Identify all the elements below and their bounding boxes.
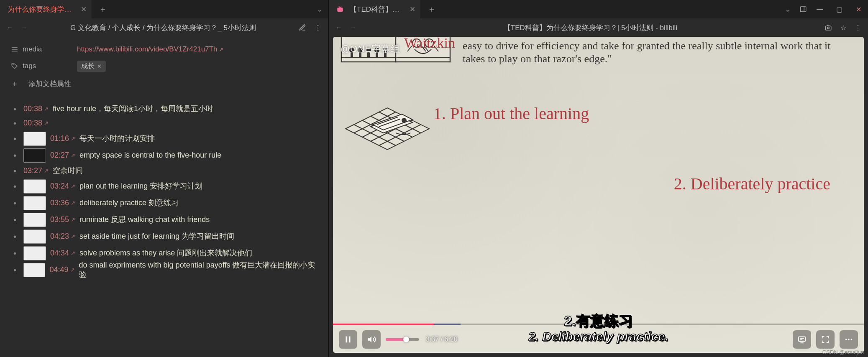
video-heading-2: 2. Deliberately practice bbox=[674, 174, 830, 194]
bullet-icon: • bbox=[11, 216, 19, 224]
bullet-icon: • bbox=[11, 151, 19, 160]
close-icon[interactable]: ✕ bbox=[81, 5, 87, 14]
timestamp-note: •04:34↗ solve problems as they arise 问题刚… bbox=[11, 245, 317, 262]
tabs-dropdown-icon[interactable]: ⌄ bbox=[780, 5, 796, 14]
timestamp-note: •03:27↗ 空余时间 bbox=[11, 164, 317, 178]
bullet-icon: • bbox=[11, 105, 19, 113]
prop-media-row: media https://www.bilibili.com/video/BV1… bbox=[11, 41, 317, 58]
external-link-icon: ↗ bbox=[71, 135, 75, 143]
video-controls: 3:37 / 6:20 bbox=[333, 326, 864, 353]
nav-forward-icon[interactable]: → bbox=[350, 24, 356, 31]
note-text: plan out the learning 安排好学习计划 bbox=[79, 181, 202, 191]
notes-pane: 为什么你要终身学习？_ 5… ✕ ＋ ⌄ ← → G 文化教育 / 个人成长 /… bbox=[0, 0, 329, 357]
note-text: 每天一小时的计划安排 bbox=[79, 134, 155, 143]
svg-point-40 bbox=[848, 339, 850, 340]
timestamp-link[interactable]: 00:38↗ bbox=[23, 104, 49, 114]
minimize-button[interactable]: — bbox=[810, 5, 830, 13]
timestamp-notes-list: •00:38↗ five hour rule，每天阅读1小时，每周就是五小时•0… bbox=[11, 102, 317, 278]
external-link-icon: ↗ bbox=[70, 267, 75, 274]
bullet-icon: • bbox=[11, 199, 19, 207]
timestamp-link[interactable]: 04:23↗ bbox=[50, 232, 75, 241]
svg-rect-36 bbox=[349, 337, 351, 343]
external-link-icon: ↗ bbox=[71, 217, 75, 224]
timestamp-link[interactable]: 00:38↗ bbox=[23, 118, 49, 128]
svg-rect-35 bbox=[346, 337, 348, 343]
breadcrumb[interactable]: G 文化教育 / 个人成长 / 为什么你要终身学习？_ 5小时法则 bbox=[34, 23, 292, 33]
note-text: empty space is central to the five-hour … bbox=[79, 150, 221, 160]
screenshot-icon[interactable] bbox=[824, 24, 832, 32]
timestamp-link[interactable]: 01:16↗ bbox=[50, 134, 75, 143]
video-progress[interactable] bbox=[333, 324, 864, 325]
note-text: do small expriments with big potential p… bbox=[79, 260, 317, 280]
nav-back-icon[interactable]: ← bbox=[335, 24, 342, 31]
external-link-icon: ↗ bbox=[44, 168, 49, 175]
add-property-button[interactable]: ＋ 添加文档属性 bbox=[11, 79, 317, 89]
svg-rect-5 bbox=[800, 7, 806, 12]
timestamp-link[interactable]: 02:27↗ bbox=[50, 150, 75, 160]
fullscreen-button[interactable] bbox=[816, 330, 835, 349]
planner-illustration bbox=[341, 91, 433, 164]
volume-slider[interactable] bbox=[386, 338, 419, 341]
timestamp-link[interactable]: 04:34↗ bbox=[50, 248, 75, 258]
external-link-icon: ↗ bbox=[71, 183, 75, 190]
video-pane: 【TED科普】为什么你… ✕ ＋ ⌄ — ▢ ✕ ← → 【TED科普】为什么你… bbox=[329, 0, 868, 357]
panel-layout-icon[interactable] bbox=[796, 5, 810, 13]
edit-icon[interactable] bbox=[299, 24, 306, 32]
external-link-icon: ↗ bbox=[44, 106, 49, 113]
external-link-icon: ↗ bbox=[71, 250, 75, 257]
new-tab-button[interactable]: ＋ bbox=[92, 4, 114, 15]
video-more-button[interactable] bbox=[840, 330, 858, 349]
svg-rect-7 bbox=[825, 26, 831, 30]
bullet-icon: • bbox=[11, 249, 19, 258]
media-link[interactable]: https://www.bilibili.com/video/BV1Zr421u… bbox=[77, 45, 223, 53]
external-link-icon: ↗ bbox=[71, 200, 75, 207]
external-link-icon: ↗ bbox=[219, 46, 223, 53]
tab-label: 【TED科普】为什么你… bbox=[350, 5, 405, 14]
video-heading-1: 1. Plan out the learning bbox=[433, 104, 589, 123]
note-thumbnail[interactable] bbox=[23, 132, 46, 146]
bullet-icon: • bbox=[11, 232, 19, 241]
close-window-button[interactable]: ✕ bbox=[849, 5, 868, 13]
bullet-icon: • bbox=[11, 135, 19, 143]
note-thumbnail[interactable] bbox=[23, 179, 46, 194]
note-thumbnail[interactable] bbox=[23, 230, 46, 244]
nav-forward-icon[interactable]: → bbox=[21, 24, 28, 31]
maximize-button[interactable]: ▢ bbox=[830, 5, 849, 13]
tabs-dropdown-icon[interactable]: ⌄ bbox=[312, 5, 328, 14]
close-icon[interactable]: ✕ bbox=[410, 5, 415, 14]
more-icon[interactable]: ⋮ bbox=[315, 24, 321, 32]
left-tab-active[interactable]: 为什么你要终身学习？_ 5… ✕ bbox=[0, 0, 92, 18]
tag-remove-icon[interactable]: ✕ bbox=[97, 63, 102, 69]
bilibili-icon bbox=[336, 5, 344, 13]
bullet-icon: • bbox=[11, 167, 19, 175]
new-tab-button[interactable]: ＋ bbox=[421, 4, 443, 15]
svg-rect-4 bbox=[337, 8, 343, 12]
danmaku-button[interactable] bbox=[793, 330, 811, 349]
nav-back-icon[interactable]: ← bbox=[7, 24, 13, 31]
right-tab-active[interactable]: 【TED科普】为什么你… ✕ bbox=[329, 0, 421, 18]
bookmark-icon[interactable]: ☆ bbox=[840, 24, 846, 32]
note-thumbnail[interactable] bbox=[23, 246, 46, 260]
svg-point-41 bbox=[851, 339, 853, 340]
note-thumbnail[interactable] bbox=[23, 148, 46, 163]
more-icon[interactable]: ⋮ bbox=[855, 24, 861, 32]
note-thumbnail[interactable] bbox=[23, 263, 46, 277]
timestamp-note: •00:38↗ bbox=[11, 116, 317, 130]
video-player[interactable]: @ONE字幕组 bbox=[333, 37, 864, 353]
timestamp-link[interactable]: 04:49↗ bbox=[49, 265, 74, 275]
timestamp-note: •04:23↗ set aside time just for learning… bbox=[11, 228, 317, 245]
volume-button[interactable] bbox=[362, 330, 381, 349]
tag-chip[interactable]: 成长 ✕ bbox=[77, 61, 106, 72]
left-tabstrip: 为什么你要终身学习？_ 5… ✕ ＋ ⌄ bbox=[0, 0, 328, 18]
timestamp-link[interactable]: 03:55↗ bbox=[50, 215, 75, 224]
note-thumbnail[interactable] bbox=[23, 213, 46, 227]
note-thumbnail[interactable] bbox=[23, 196, 46, 210]
right-tabstrip: 【TED科普】为什么你… ✕ ＋ ⌄ — ▢ ✕ bbox=[329, 0, 868, 18]
pause-button[interactable] bbox=[339, 330, 357, 349]
video-quote: easy to drive for efficiency and take fo… bbox=[463, 39, 851, 65]
book-author: Waitzkin bbox=[404, 37, 455, 51]
timestamp-link[interactable]: 03:27↗ bbox=[23, 166, 49, 176]
timestamp-link[interactable]: 03:24↗ bbox=[50, 181, 75, 191]
timestamp-link[interactable]: 03:36↗ bbox=[50, 198, 75, 208]
timestamp-note: •03:24↗ plan out the learning 安排好学习计划 bbox=[11, 178, 317, 195]
